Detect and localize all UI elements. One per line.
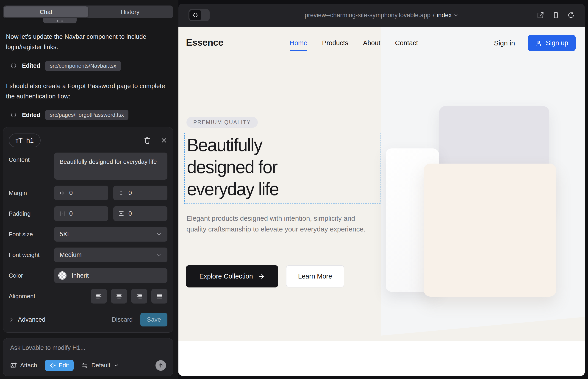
editor-header: TT h1 — [9, 133, 167, 147]
alignment-field-row: Alignment — [9, 289, 167, 303]
editor-footer: Advanced Discard Save — [9, 313, 167, 327]
margin-vertical-icon — [118, 190, 124, 196]
padding-field-row: Padding 0 0 — [9, 206, 167, 221]
preview-page: Essence Home Products About Contact Sign… — [178, 27, 585, 376]
attach-image-icon — [10, 362, 17, 369]
chevron-right-icon — [9, 317, 14, 323]
edited-file-chip[interactable]: src/pages/ForgotPassword.tsx — [45, 110, 128, 120]
nav-auth-actions: Sign in Sign up — [494, 27, 576, 59]
padding-x-input[interactable]: 0 — [54, 206, 108, 221]
edited-label: Edited — [22, 62, 40, 69]
margin-x-input[interactable]: 0 — [54, 186, 108, 200]
nav-link-home[interactable]: Home — [290, 35, 307, 51]
explore-collection-button[interactable]: Explore Collection — [186, 265, 278, 287]
element-editor-panel: TT h1 Content Beautifully designe — [3, 127, 173, 333]
transparent-color-swatch-icon — [58, 271, 66, 280]
close-icon — [160, 137, 167, 144]
mobile-view-button[interactable] — [552, 12, 559, 19]
hero-section: Essence Home Products About Contact Sign… — [178, 27, 585, 341]
element-tag-label: h1 — [26, 137, 34, 144]
align-left-icon — [95, 293, 102, 300]
code-icon — [192, 12, 198, 18]
refresh-button[interactable] — [567, 12, 575, 19]
scrolled-chip-remnant — [43, 18, 77, 23]
model-default-dropdown[interactable]: Default — [81, 362, 119, 369]
alignment-label: Alignment — [9, 293, 54, 300]
arrow-up-icon — [158, 363, 164, 368]
chat-message: Now let's update the Navbar component to… — [6, 32, 172, 52]
decorative-card-cream — [424, 164, 556, 297]
edited-file-row: Edited src/components/Navbar.tsx — [10, 61, 172, 71]
font-weight-label: Font weight — [9, 252, 54, 259]
external-link-icon — [537, 11, 544, 19]
chevron-down-icon — [453, 13, 458, 18]
margin-y-input[interactable]: 0 — [113, 186, 167, 200]
margin-label: Margin — [9, 190, 54, 197]
align-right-button[interactable] — [131, 289, 147, 303]
padding-label: Padding — [9, 210, 54, 217]
hero-cta-row: Explore Collection Learn More — [186, 265, 344, 287]
font-weight-field-row: Font weight Medium — [9, 248, 167, 262]
sign-in-link[interactable]: Sign in — [494, 39, 515, 47]
edit-mode-button[interactable]: Edit — [45, 360, 74, 371]
next-section-placeholder — [178, 341, 585, 376]
chevron-down-icon — [113, 363, 119, 368]
arrow-right-icon — [258, 273, 265, 280]
url-bar[interactable]: preview--charming-site-symphony.lovable.… — [178, 12, 585, 19]
premium-quality-badge: PREMIUM QUALITY — [186, 117, 258, 128]
site-logo[interactable]: Essence — [186, 37, 223, 48]
color-select[interactable]: Inherit — [54, 268, 167, 283]
font-weight-select[interactable]: Medium — [54, 248, 167, 262]
url-page-selector: index — [437, 12, 459, 19]
align-justify-button[interactable] — [151, 289, 167, 303]
chat-history-tabs: Chat History — [3, 5, 173, 18]
nav-links: Home Products About Contact — [290, 27, 418, 59]
nav-link-contact[interactable]: Contact — [395, 35, 418, 51]
refresh-icon — [567, 12, 575, 19]
delete-element-button[interactable] — [144, 137, 151, 144]
align-right-icon — [136, 293, 143, 300]
color-label: Color — [9, 272, 54, 279]
code-icon — [10, 111, 17, 118]
font-size-label: Font size — [9, 231, 54, 238]
content-label: Content — [9, 153, 54, 163]
content-input[interactable]: Beautifully designed for everyday life — [54, 153, 167, 180]
code-icon — [10, 63, 17, 69]
margin-field-row: Margin 0 0 — [9, 186, 167, 200]
code-preview-toggle[interactable] — [188, 9, 210, 21]
attach-button[interactable]: Attach — [10, 362, 37, 369]
color-field-row: Color Inherit — [9, 268, 167, 283]
crosshair-target-icon — [49, 362, 56, 369]
padding-horizontal-icon — [59, 211, 65, 217]
save-button[interactable]: Save — [140, 313, 167, 327]
align-center-icon — [116, 293, 123, 300]
nav-link-about[interactable]: About — [363, 35, 380, 51]
advanced-toggle[interactable]: Advanced — [9, 316, 46, 323]
preview-browser: preview--charming-site-symphony.lovable.… — [178, 4, 585, 376]
tab-history[interactable]: History — [88, 6, 172, 17]
edited-file-chip[interactable]: src/components/Navbar.tsx — [45, 61, 121, 71]
url-separator: / — [433, 12, 434, 19]
align-center-button[interactable] — [111, 289, 127, 303]
close-editor-button[interactable] — [160, 137, 167, 144]
selected-h1-element[interactable]: Beautifully designed for everyday life — [184, 133, 380, 204]
margin-horizontal-icon — [59, 190, 65, 196]
smartphone-icon — [552, 12, 559, 19]
edited-label: Edited — [22, 111, 40, 119]
tab-chat[interactable]: Chat — [4, 6, 88, 17]
discard-button[interactable]: Discard — [112, 316, 133, 323]
padding-y-input[interactable]: 0 — [113, 206, 167, 221]
align-left-button[interactable] — [91, 289, 107, 303]
font-size-select[interactable]: 5XL — [54, 227, 167, 242]
send-button[interactable] — [155, 360, 166, 371]
padding-vertical-icon — [118, 211, 124, 217]
sign-up-button[interactable]: Sign up — [528, 35, 576, 51]
composer-input[interactable]: Ask Lovable to modify H1... — [10, 344, 166, 351]
lovable-chat-panel: Chat History Now let's update the Navbar… — [0, 0, 178, 379]
nav-link-products[interactable]: Products — [322, 35, 348, 51]
learn-more-button[interactable]: Learn More — [286, 265, 344, 287]
open-in-new-tab-button[interactable] — [537, 11, 544, 19]
chevron-down-icon — [156, 252, 162, 258]
sliders-icon — [81, 362, 88, 369]
selected-element-pill[interactable]: TT h1 — [9, 134, 41, 147]
